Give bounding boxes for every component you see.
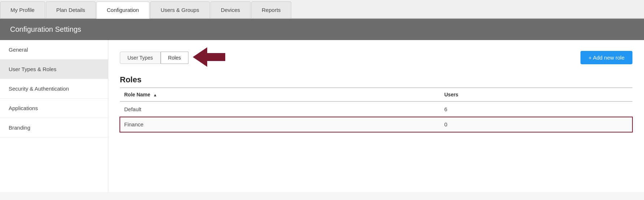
tab-my-profile[interactable]: My Profile: [0, 1, 45, 18]
sidebar-item-user-types-roles[interactable]: User Types & Roles: [0, 60, 108, 79]
main-content: Configuration Settings General User Type…: [0, 19, 644, 192]
tab-bar: My Profile Plan Details Configuration Us…: [0, 0, 644, 19]
tab-configuration[interactable]: Configuration: [96, 1, 149, 19]
table-row[interactable]: Default 6: [120, 101, 632, 117]
users-count-cell: 6: [437, 101, 632, 117]
col-users: Users: [437, 88, 632, 101]
tab-plan-details[interactable]: Plan Details: [46, 1, 96, 18]
layout: General User Types & Roles Security & Au…: [0, 40, 644, 192]
role-name-cell: Default: [120, 101, 437, 117]
roles-title: Roles: [120, 75, 632, 84]
sub-tabs-row: User Types Roles + Add new role: [120, 47, 632, 68]
sub-tab-user-types[interactable]: User Types: [120, 52, 161, 64]
content-panel: User Types Roles + Add new role Roles: [108, 40, 644, 192]
users-count-cell-finance: 0: [437, 117, 632, 132]
svg-marker-0: [193, 47, 225, 67]
tab-reports[interactable]: Reports: [251, 1, 291, 18]
sub-tab-roles[interactable]: Roles: [161, 52, 189, 64]
table-header-row: Role Name ▲ Users: [120, 88, 632, 101]
sidebar-item-security-authentication[interactable]: Security & Authentication: [0, 79, 108, 99]
add-new-role-button[interactable]: + Add new role: [580, 51, 632, 64]
roles-table: Role Name ▲ Users Default 6 Finance 0: [120, 87, 632, 132]
tab-users-groups[interactable]: Users & Groups: [150, 1, 210, 18]
tab-devices[interactable]: Devices: [210, 1, 251, 18]
config-settings-header: Configuration Settings: [0, 19, 644, 40]
arrow-annotation: [193, 47, 225, 68]
sidebar-item-branding[interactable]: Branding: [0, 118, 108, 138]
sidebar: General User Types & Roles Security & Au…: [0, 40, 108, 192]
sidebar-item-general[interactable]: General: [0, 40, 108, 60]
sidebar-item-applications[interactable]: Applications: [0, 99, 108, 118]
role-name-cell-finance: Finance: [120, 117, 437, 132]
table-row-highlighted[interactable]: Finance 0: [120, 117, 632, 132]
col-role-name[interactable]: Role Name ▲: [120, 88, 437, 101]
sort-asc-icon: ▲: [153, 93, 157, 97]
